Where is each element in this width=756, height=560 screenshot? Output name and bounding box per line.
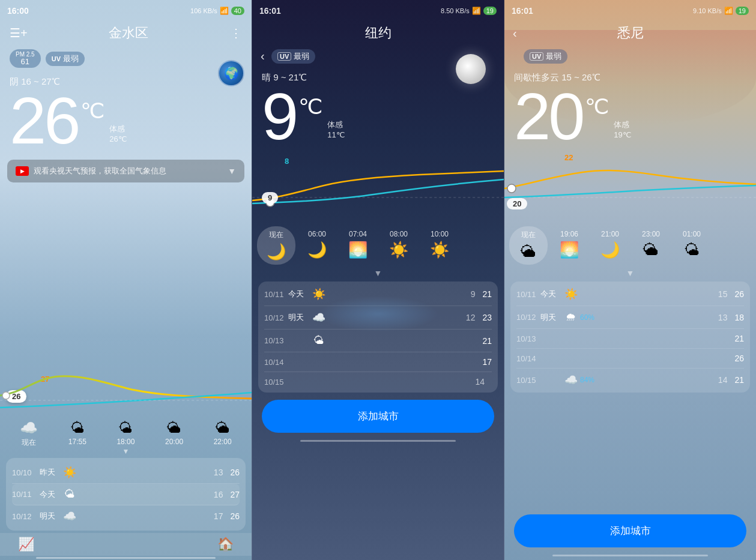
add-city-btn-3[interactable]: 添加城市 bbox=[514, 514, 746, 547]
daily-temps-0: 13 26 bbox=[214, 468, 240, 477]
daily-low-1: 16 bbox=[214, 490, 223, 499]
hourly-time-2: 18:00 bbox=[116, 438, 135, 446]
f-high-2-3: 17 bbox=[482, 357, 492, 367]
h-time-3-2: 21:00 bbox=[601, 230, 619, 238]
h-icon-2-1: 🌙 bbox=[307, 241, 327, 259]
f-low-3-1: 13 bbox=[718, 313, 728, 322]
uv-label-2: UV bbox=[277, 52, 291, 61]
tv-banner-1[interactable]: 观看央视天气预报，获取全国气象信息 ▼ bbox=[7, 160, 244, 182]
city-title-3: 悉尼 bbox=[617, 24, 644, 42]
f-low-3-0: 15 bbox=[718, 289, 728, 299]
hourly-scroll-3[interactable]: 现在 🌥 19:06 🌅 21:00 🌙 23:00 🌥 01:00 🌤 bbox=[504, 224, 756, 267]
nav-chart-icon[interactable]: 📈 bbox=[18, 537, 34, 552]
daily-section-1: 10/10 昨天 ☀️ 13 26 10/11 今天 🌤 16 27 10/12… bbox=[6, 458, 246, 531]
hourly-item-4: 🌥 22:00 bbox=[214, 420, 232, 456]
hourly-row-1: ☁️ 现在 🌤 17:55 🌤 18:00 ▼ 🌥 20:00 🌥 22:00 bbox=[0, 417, 252, 456]
daily-icon-2: ☁️ bbox=[61, 510, 78, 523]
f-temps-2-4: 14 bbox=[475, 377, 492, 387]
f-high-3-0: 26 bbox=[734, 289, 744, 299]
status-icons-3: 9.10 KB/s 📶 19 bbox=[693, 7, 749, 15]
scroll-hint-3 bbox=[552, 555, 708, 556]
status-time-3: 16:01 bbox=[512, 6, 533, 16]
menu-icon-1[interactable]: ☰+ bbox=[10, 26, 28, 40]
f-icon-3-1: 🌧 bbox=[562, 311, 580, 324]
f-low-2-4: 14 bbox=[475, 377, 485, 387]
back-btn-2[interactable]: ‹ bbox=[261, 49, 265, 63]
hourly-item-2: 🌤 18:00 ▼ bbox=[116, 420, 135, 456]
hourly-expand-3[interactable]: ▼ bbox=[504, 267, 756, 279]
daily-high-0: 26 bbox=[230, 468, 240, 477]
hourly-item-1: 🌤 17:55 bbox=[68, 420, 86, 456]
h-icon-2-0: 🌙 bbox=[267, 242, 286, 261]
daily-icon-1: 🌤 bbox=[61, 488, 78, 501]
panel-jinshui: 16:00 106 KB/s 📶 40 ☰+ 金水区 ⋮ 🌍 PM 2.5 61… bbox=[0, 0, 252, 560]
banner-expand-icon[interactable]: ▼ bbox=[228, 166, 236, 176]
more-icon-1[interactable]: ⋮ bbox=[230, 26, 242, 40]
chart-container-3: 20 22 bbox=[504, 149, 756, 221]
uv-row-3: UV 最弱 bbox=[504, 44, 756, 68]
f-date-3-3: 10/14 bbox=[516, 354, 540, 363]
svg-point-5 bbox=[507, 184, 516, 193]
f-icon-2-2: 🌤 bbox=[310, 334, 328, 347]
status-time-2: 16:01 bbox=[259, 6, 281, 16]
uv-badge-1: UV 最弱 bbox=[46, 52, 85, 66]
hourly-expand-2[interactable]: ▼ bbox=[252, 267, 504, 279]
curr-temp-bubble-2: 9 bbox=[262, 192, 278, 203]
f-high-2-1: 23 bbox=[482, 313, 492, 322]
feels-like-2: 体感 11℃ bbox=[327, 119, 345, 139]
h-time-2-1: 06:00 bbox=[308, 230, 326, 238]
f-temps-3-4: 14 21 bbox=[718, 375, 744, 385]
hourly-icon-3: 🌥 bbox=[167, 420, 181, 436]
hourly-card-2-4: 10:00 ☀️ bbox=[420, 226, 459, 265]
pm-value: 61 bbox=[21, 58, 29, 66]
panel-sydney: 16:01 9.10 KB/s 📶 19 ‹ 悉尼 UV 最弱 间歇性多云 15… bbox=[504, 0, 756, 560]
daily-low-0: 13 bbox=[214, 468, 223, 477]
forecast-row-2-3: 10/14 17 bbox=[264, 352, 492, 372]
daily-row-0: 10/10 昨天 ☀️ 13 26 bbox=[12, 462, 240, 484]
nav-home-icon[interactable]: 🏠 bbox=[217, 537, 234, 552]
status-time-1: 16:00 bbox=[7, 6, 29, 16]
f-icon-3-4: ☁️ bbox=[562, 373, 580, 387]
f-rain-3-4: 84% bbox=[580, 376, 604, 384]
uv-pill-2: UV 最弱 bbox=[271, 49, 315, 64]
status-icons-1: 106 KB/s 📶 40 bbox=[190, 7, 244, 15]
temp-big-1: 26 bbox=[10, 88, 78, 154]
daily-row-2: 10/12 明天 ☁️ 17 26 bbox=[12, 505, 240, 527]
add-city-btn-2[interactable]: 添加城市 bbox=[262, 400, 494, 433]
f-date-3-2: 10/13 bbox=[516, 334, 540, 343]
globe-icon-1[interactable]: 🌍 bbox=[218, 60, 244, 86]
forecast-row-3-1: 10/12 明天 🌧 60% 13 18 bbox=[516, 306, 744, 329]
f-temps-2-2: 21 bbox=[475, 336, 492, 346]
f-icon-3-0: ☀️ bbox=[562, 288, 580, 301]
scroll-bar-1 bbox=[36, 557, 216, 559]
curr-temp-bubble-3: 20 bbox=[507, 198, 527, 209]
daily-temps-2: 17 26 bbox=[214, 511, 240, 521]
feels-label-2: 体感 bbox=[327, 119, 345, 130]
uv-text-2: 最弱 bbox=[294, 51, 309, 62]
uv-label-1: UV bbox=[52, 55, 61, 62]
hourly-icon-2: 🌤 bbox=[118, 420, 133, 436]
glow-blob-2 bbox=[318, 296, 438, 332]
weather-main-1: 阴 16 ~ 27℃ 26 ℃ 体感 26℃ bbox=[0, 70, 252, 154]
daily-label-2: 明天 bbox=[40, 511, 61, 522]
f-temps-3-1: 13 18 bbox=[718, 313, 744, 322]
forecast-list-3: 10/11 今天 ☀️ 15 26 10/12 明天 🌧 60% 13 18 1… bbox=[510, 282, 750, 393]
back-btn-3[interactable]: ‹ bbox=[513, 26, 517, 40]
status-bar-2: 16:01 8.50 KB/s 📶 19 bbox=[252, 0, 504, 22]
city-title-2: 纽约 bbox=[365, 24, 392, 42]
f-temps-3-3: 26 bbox=[727, 354, 744, 363]
f-label-2-1: 明天 bbox=[288, 312, 310, 323]
temp-unit-2: ℃ bbox=[298, 94, 322, 119]
temp-big-3: 20 bbox=[514, 83, 582, 149]
h-time-3-1: 19:06 bbox=[560, 230, 578, 238]
feels-label-3: 体感 bbox=[614, 119, 631, 130]
expand-arrow-2[interactable]: ▼ bbox=[122, 447, 130, 456]
h-time-3-0: 现在 bbox=[521, 230, 536, 240]
daily-high-1: 27 bbox=[230, 490, 240, 499]
h-time-2-0: 现在 bbox=[269, 230, 283, 240]
f-high-2-0: 21 bbox=[482, 289, 492, 299]
hourly-time-4: 22:00 bbox=[214, 438, 232, 446]
top-bar-1: ☰+ 金水区 ⋮ bbox=[0, 22, 252, 44]
feels-val-2: 11℃ bbox=[327, 130, 345, 139]
hourly-scroll-2[interactable]: 现在 🌙 06:00 🌙 07:04 🌅 08:00 ☀️ 10:00 ☀️ bbox=[252, 224, 504, 267]
